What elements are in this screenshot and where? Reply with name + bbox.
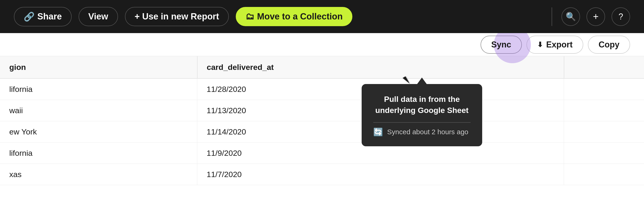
add-button[interactable]: +: [586, 7, 605, 26]
column-header-region: gion: [0, 56, 197, 78]
cell-region-2: waii: [0, 100, 197, 121]
table-area: gion card_delivered_at lifornia 11/28/20…: [0, 56, 644, 206]
cell-empty-5: [564, 164, 644, 185]
use-in-report-button[interactable]: + Use in new Report: [125, 7, 229, 26]
toolbar-separator: [552, 7, 552, 26]
download-icon: ⬇: [537, 40, 543, 49]
collection-icon: 🗂: [246, 11, 254, 21]
tooltip-sync-row: 🔄 Synced about 2 hours ago: [373, 127, 470, 137]
cell-region-3: ew York: [0, 121, 197, 143]
secondary-toolbar: Sync ⬇ Export Copy: [0, 33, 644, 56]
cell-date-5: 11/7/2020: [197, 164, 564, 185]
main-content: Sync ⬇ Export Copy gion card_delivered_a…: [0, 33, 644, 206]
export-label: Export: [546, 40, 572, 49]
column-header-empty: [564, 56, 644, 78]
search-icon: 🔍: [566, 12, 576, 21]
copy-label: Copy: [598, 40, 620, 49]
tooltip-title: Pull data in from the underlying Google …: [373, 94, 470, 116]
cell-empty-4: [564, 143, 644, 164]
sync-status-text: Synced about 2 hours ago: [387, 128, 468, 136]
sync-tooltip: Pull data in from the underlying Google …: [362, 84, 482, 146]
search-button[interactable]: 🔍: [562, 7, 580, 26]
sync-status-icon: 🔄: [373, 127, 383, 137]
tooltip-container: Pull data in from the underlying Google …: [362, 84, 482, 146]
question-icon: ?: [618, 12, 623, 21]
share-button[interactable]: 🔗 Share: [14, 7, 72, 26]
tooltip-divider: [373, 122, 470, 123]
table-body: lifornia 11/28/2020 waii 11/13/2020 ew Y…: [0, 78, 644, 185]
cell-region-5: xas: [0, 164, 197, 185]
cell-empty-1: [564, 78, 644, 100]
cell-region-1: lifornia: [0, 78, 197, 100]
table-row: xas 11/7/2020: [0, 164, 644, 185]
plus-icon: +: [593, 11, 599, 22]
table-row: ew York 11/14/2020: [0, 121, 644, 143]
cell-empty-2: [564, 100, 644, 121]
table-row: lifornia 11/9/2020: [0, 143, 644, 164]
sync-button[interactable]: Sync: [480, 36, 522, 54]
table-row: lifornia 11/28/2020: [0, 78, 644, 100]
table-row: waii 11/13/2020: [0, 100, 644, 121]
move-to-collection-button[interactable]: 🗂 Move to a Collection: [236, 7, 352, 26]
cell-empty-3: [564, 121, 644, 143]
export-button[interactable]: ⬇ Export: [526, 36, 583, 54]
data-table: gion card_delivered_at lifornia 11/28/20…: [0, 56, 644, 185]
table-header-row: gion card_delivered_at: [0, 56, 644, 78]
toolbar-right-icons: 🔍 + ?: [562, 7, 630, 26]
link-icon: 🔗: [24, 11, 34, 22]
view-button[interactable]: View: [78, 7, 118, 26]
top-toolbar: 🔗 Share View + Use in new Report 🗂 Move …: [0, 0, 644, 33]
copy-button[interactable]: Copy: [588, 36, 630, 54]
tooltip-arrow: [417, 78, 427, 84]
sync-label: Sync: [491, 40, 511, 49]
column-header-delivered: card_delivered_at: [197, 56, 564, 78]
cell-region-4: lifornia: [0, 143, 197, 164]
help-button[interactable]: ?: [612, 7, 630, 26]
